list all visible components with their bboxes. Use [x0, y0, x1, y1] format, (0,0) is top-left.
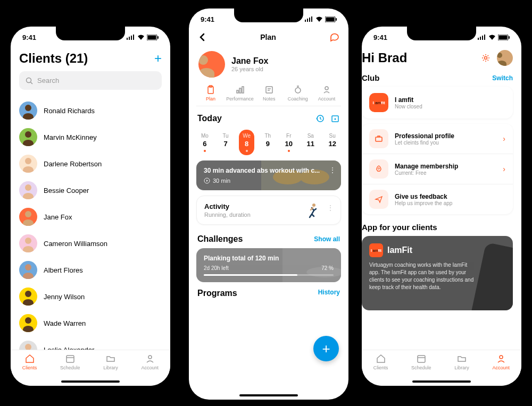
app-card[interactable]: I amfit IamFit Virtuagym coaching works …	[362, 236, 513, 310]
nav-schedule[interactable]: Schedule	[411, 353, 431, 378]
day-pill[interactable]: Su12	[325, 130, 339, 155]
svg-rect-2	[131, 36, 132, 40]
svg-point-11	[148, 356, 152, 359]
club-item-membership[interactable]: Manage membership Current: Free ›	[362, 154, 513, 184]
notes-icon	[264, 85, 274, 95]
tab-performance[interactable]: Performance	[226, 85, 254, 106]
client-item[interactable]: Albert Flores	[19, 257, 162, 283]
calendar-icon	[416, 353, 427, 364]
svg-rect-0	[127, 38, 128, 40]
history-icon[interactable]	[315, 114, 325, 123]
svg-rect-1	[129, 37, 130, 40]
nav-account[interactable]: Account	[142, 353, 159, 378]
progress-fill	[204, 274, 297, 276]
show-all-link[interactable]: Show all	[314, 235, 340, 243]
club-item-profile[interactable]: Professional profile Let cleints find yo…	[362, 124, 513, 154]
tab-row: Plan Performance Notes Coaching Account	[196, 85, 341, 106]
club-item-feedback[interactable]: Give us feedback Help us improve the app	[362, 184, 513, 214]
day-pill[interactable]: Sa11	[303, 130, 318, 155]
workout-menu-icon[interactable]: ⋮	[329, 166, 336, 174]
battery-icon	[498, 35, 510, 40]
client-item[interactable]: Cameron Williamson	[19, 230, 162, 257]
chevron-right-icon: ›	[503, 165, 505, 173]
workout-card[interactable]: 30 min advanced abs workout with c... 30…	[196, 160, 341, 190]
home-indicator[interactable]	[412, 380, 471, 383]
tab-coaching[interactable]: Coaching	[285, 85, 311, 106]
greeting-row: Hi Brad	[362, 48, 521, 71]
svg-point-48	[485, 57, 487, 60]
calendar-add-icon[interactable]	[330, 114, 340, 123]
club-card-links: Professional profile Let cleints find yo…	[362, 124, 513, 214]
day-pill[interactable]: We8	[239, 130, 254, 155]
client-item[interactable]: Jane Fox	[19, 204, 162, 230]
client-item[interactable]: Ronald Richards	[19, 97, 162, 124]
nav-clients[interactable]: Clients	[22, 353, 37, 378]
day-abbr: Sa	[307, 133, 314, 139]
person-icon	[145, 353, 155, 364]
fab-add-button[interactable]: +	[313, 336, 339, 361]
home-icon	[376, 353, 386, 364]
battery-icon	[325, 16, 337, 22]
play-icon	[204, 177, 210, 184]
clients-title: Clients (21)	[19, 51, 88, 66]
nav-clients[interactable]: Clients	[373, 353, 388, 378]
person-icon	[496, 353, 506, 364]
clipboard-icon	[206, 85, 215, 95]
profile-name: Jane Fox	[231, 56, 268, 66]
day-pill[interactable]: Th9	[261, 130, 275, 155]
tab-account[interactable]: Account	[313, 85, 340, 106]
challenges-title: Challenges	[197, 234, 243, 244]
home-indicator[interactable]	[239, 394, 298, 396]
day-pill[interactable]: Tu7	[219, 130, 232, 155]
switch-link[interactable]: Switch	[492, 74, 513, 82]
client-avatar	[19, 287, 37, 306]
activity-menu-icon[interactable]: ⋮	[327, 204, 334, 212]
day-dot-icon	[204, 150, 206, 152]
search-input[interactable]: Search	[19, 71, 162, 90]
svg-rect-47	[509, 36, 510, 39]
day-pill[interactable]: Fr10	[281, 130, 296, 155]
workout-title: 30 min advanced abs workout with c...	[204, 167, 334, 174]
app-section-title: App for your clients	[362, 214, 521, 236]
svg-rect-17	[326, 17, 335, 21]
folder-icon	[105, 353, 116, 364]
challenge-meta: 2d 20h left 72 %	[204, 265, 334, 271]
client-item[interactable]: Wade Warren	[19, 310, 162, 336]
client-item[interactable]: Marvin McKinney	[19, 124, 162, 150]
day-abbr: Fr	[286, 133, 291, 139]
iamfit-logo-icon: I amfit	[369, 93, 388, 112]
history-link[interactable]: History	[318, 289, 340, 298]
club-card-top: I amfit I amfit Now closed	[362, 87, 513, 119]
user-avatar[interactable]	[497, 50, 513, 66]
tab-plan[interactable]: Plan	[197, 85, 224, 106]
gear-icon[interactable]	[481, 53, 491, 63]
chat-icon[interactable]	[329, 32, 340, 43]
home-indicator[interactable]	[61, 380, 120, 383]
club-item-iamfit[interactable]: I amfit I amfit Now closed	[362, 87, 513, 119]
client-item[interactable]: Bessie Cooper	[19, 177, 162, 204]
client-item[interactable]: Jenny Wilson	[19, 283, 162, 310]
day-abbr: Mo	[201, 133, 209, 139]
profile-row[interactable]: Jane Fox 26 years old	[196, 47, 341, 85]
app-logo-icon: I amfit	[369, 243, 383, 257]
wifi-icon	[137, 35, 145, 40]
calendar-icon	[65, 353, 76, 364]
add-client-button[interactable]: +	[154, 51, 162, 66]
activity-card[interactable]: Activity Running, duration ⋮	[196, 196, 341, 225]
back-button[interactable]	[197, 32, 207, 42]
svg-rect-13	[307, 19, 308, 22]
svg-point-7	[27, 78, 31, 82]
nav-library[interactable]: Library	[103, 353, 118, 378]
nav-account[interactable]: Account	[493, 353, 510, 378]
day-pill[interactable]: Mo6	[197, 130, 212, 155]
svg-point-50	[378, 168, 380, 170]
tab-notes[interactable]: Notes	[256, 85, 282, 106]
client-item[interactable]: Darlene Robertson	[19, 150, 162, 177]
client-avatar	[19, 234, 37, 252]
nav-schedule[interactable]: Schedule	[60, 353, 80, 378]
svg-rect-23	[242, 87, 244, 93]
nav-library[interactable]: Library	[454, 353, 469, 378]
challenge-card[interactable]: Planking total of 120 min 2d 20h left 72…	[196, 248, 341, 282]
rocket-icon	[369, 159, 388, 179]
chevron-right-icon: ›	[503, 134, 505, 143]
